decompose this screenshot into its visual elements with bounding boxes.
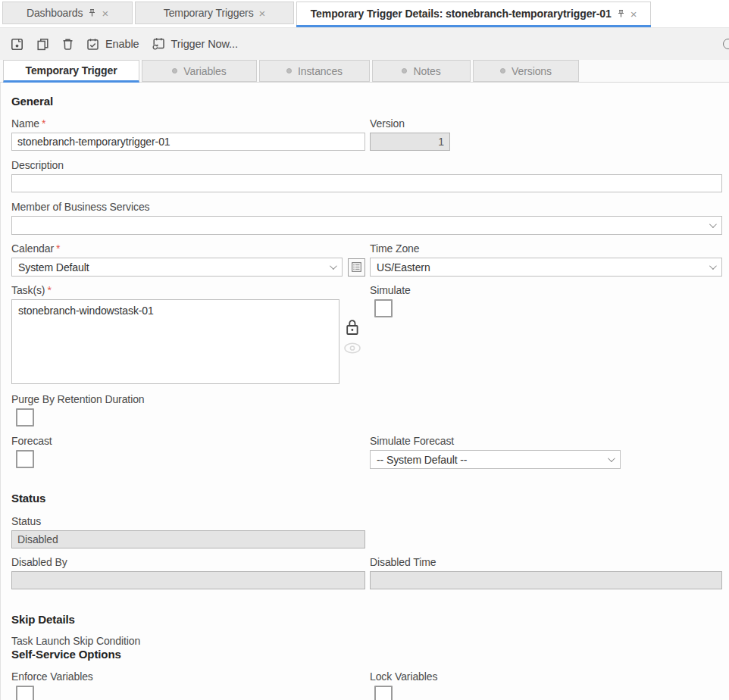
- calendar-label: Calendar*: [11, 242, 365, 255]
- selected-value: -- System Default --: [377, 454, 467, 466]
- version-input: [370, 133, 450, 151]
- window-tab-bar: Dashboards × Temporary Triggers × Tempor…: [0, 0, 729, 27]
- time-zone-select[interactable]: US/Eastern: [370, 258, 722, 277]
- lock-icon[interactable]: [345, 319, 360, 336]
- section-general: General: [11, 95, 721, 108]
- tab-label: Temporary Triggers: [164, 7, 254, 19]
- tab-label: Temporary Trigger Details: stonebranch-t…: [311, 8, 612, 20]
- tasks-textarea[interactable]: stonebranch-windowstask-01: [11, 299, 339, 384]
- trigger-form: General Name* Version Description Member…: [0, 83, 729, 700]
- lock-variables-checkbox[interactable]: [374, 686, 393, 700]
- description-label: Description: [11, 159, 721, 172]
- section-self-service-options: Self-Service Options: [11, 648, 721, 661]
- chevron-down-icon: [608, 455, 615, 462]
- enforce-variables-checkbox[interactable]: [16, 686, 34, 700]
- simulate-forecast-select[interactable]: -- System Default --: [370, 450, 621, 469]
- pin-icon[interactable]: [88, 8, 96, 17]
- chevron-down-icon: [330, 262, 337, 270]
- enable-button-label: Enable: [105, 38, 139, 50]
- toolbar-overflow-icon[interactable]: [723, 39, 729, 49]
- tab-versions[interactable]: Versions: [473, 60, 579, 82]
- pin-icon[interactable]: [617, 9, 625, 18]
- detail-tab-label: Variables: [183, 65, 226, 77]
- trash-icon: [61, 37, 74, 52]
- tab-label: Dashboards: [27, 7, 83, 19]
- copy-icon: [36, 37, 50, 52]
- simulate-forecast-label: Simulate Forecast: [370, 435, 722, 448]
- detail-tab-label: Instances: [298, 65, 343, 77]
- calendar-select[interactable]: System Default: [11, 258, 343, 277]
- section-status: Status: [11, 492, 721, 505]
- enable-button[interactable]: Enable: [86, 37, 139, 52]
- description-input[interactable]: [11, 174, 722, 192]
- member-of-business-services-label: Member of Business Services: [11, 201, 721, 214]
- simulate-checkbox[interactable]: [374, 299, 393, 317]
- name-label: Name*: [11, 117, 365, 130]
- close-icon[interactable]: ×: [259, 8, 266, 19]
- tab-temporary-trigger-details[interactable]: Temporary Trigger Details: stonebranch-t…: [296, 2, 651, 25]
- calendar-refresh-icon: [151, 36, 166, 52]
- tab-dot-icon: [402, 68, 407, 73]
- record-toolbar: Enable Trigger Now...: [0, 27, 729, 60]
- purge-by-retention-duration-label: Purge By Retention Duration: [11, 393, 721, 406]
- detail-tab-label: Versions: [512, 65, 552, 77]
- required-asterisk: *: [42, 117, 45, 130]
- required-asterisk: *: [47, 284, 51, 296]
- calendar-check-icon: [86, 37, 100, 52]
- eye-icon[interactable]: [343, 342, 361, 355]
- trigger-now-button[interactable]: Trigger Now...: [151, 36, 238, 52]
- delete-button[interactable]: [61, 37, 74, 52]
- status-input: [11, 530, 365, 548]
- chevron-down-icon: [709, 220, 717, 228]
- member-of-business-services-select[interactable]: [11, 216, 722, 235]
- disabled-by-label: Disabled By: [11, 556, 365, 569]
- name-input[interactable]: [11, 133, 365, 151]
- tab-notes[interactable]: Notes: [372, 60, 471, 82]
- tab-instances[interactable]: Instances: [259, 60, 370, 82]
- detail-tab-label: Notes: [413, 65, 440, 77]
- disabled-time-input: [370, 571, 722, 589]
- detail-tab-label: Temporary Trigger: [26, 64, 117, 77]
- list-details-icon: [352, 262, 361, 272]
- calendar-details-button[interactable]: [348, 258, 365, 277]
- tab-temporary-trigger[interactable]: Temporary Trigger: [3, 60, 139, 83]
- detail-tab-bar: Temporary Trigger Variables Instances No…: [0, 60, 729, 83]
- forecast-checkbox[interactable]: [16, 450, 34, 468]
- task-launch-skip-condition-label: Task Launch Skip Condition: [11, 635, 721, 648]
- tab-dot-icon: [500, 68, 505, 73]
- tab-temporary-triggers[interactable]: Temporary Triggers ×: [135, 2, 294, 24]
- tab-dot-icon: [172, 68, 177, 73]
- tasks-label: Task(s)*: [11, 284, 365, 297]
- selected-value: System Default: [18, 261, 89, 273]
- purge-by-retention-duration-checkbox[interactable]: [16, 408, 34, 427]
- lock-variables-label: Lock Variables: [370, 670, 722, 683]
- trigger-now-button-label: Trigger Now...: [171, 38, 238, 50]
- disabled-by-input: [11, 571, 365, 589]
- close-icon[interactable]: ×: [630, 8, 637, 20]
- section-skip-details: Skip Details: [11, 613, 721, 626]
- tab-dashboards[interactable]: Dashboards ×: [2, 2, 133, 24]
- copy-button[interactable]: [36, 37, 50, 52]
- save-button[interactable]: [10, 37, 24, 52]
- tab-variables[interactable]: Variables: [142, 60, 257, 82]
- disabled-time-label: Disabled Time: [370, 556, 722, 569]
- status-label: Status: [11, 515, 721, 528]
- close-icon[interactable]: ×: [102, 8, 108, 19]
- forecast-label: Forecast: [11, 435, 365, 448]
- enforce-variables-label: Enforce Variables: [11, 670, 365, 683]
- simulate-label: Simulate: [370, 284, 722, 297]
- version-label: Version: [370, 117, 722, 130]
- time-zone-label: Time Zone: [370, 242, 722, 255]
- required-asterisk: *: [56, 242, 60, 255]
- chevron-down-icon: [709, 262, 717, 270]
- selected-value: US/Eastern: [377, 261, 430, 273]
- save-icon: [10, 37, 24, 52]
- tab-dot-icon: [286, 68, 292, 73]
- temporary-trigger-details-page: Dashboards × Temporary Triggers × Tempor…: [0, 0, 729, 700]
